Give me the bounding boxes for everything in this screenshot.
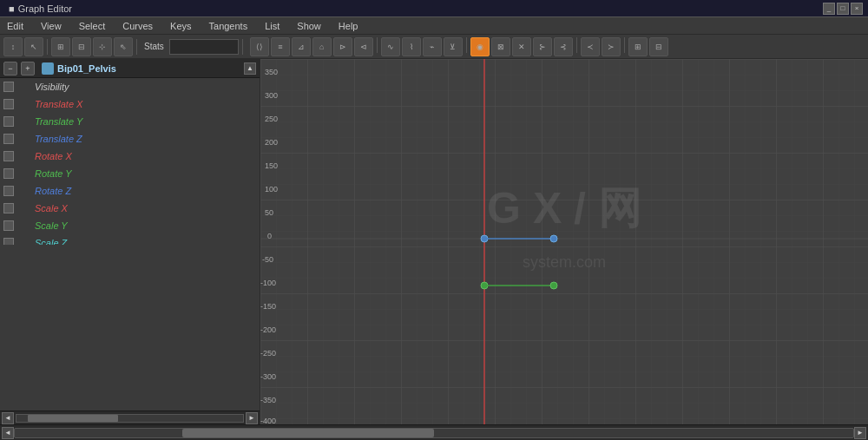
menu-list[interactable]: List: [261, 19, 283, 33]
toolbar-icon17[interactable]: ⊞: [628, 37, 648, 56]
toolbar-orange-btn[interactable]: ◉: [470, 37, 490, 56]
curve-name-rotate-y: Rotate Y: [35, 168, 72, 179]
minimize-btn[interactable]: _: [823, 3, 835, 15]
panel-plus-btn[interactable]: +: [21, 62, 35, 76]
svg-text:150: 150: [265, 161, 278, 170]
menu-tangents[interactable]: Tangents: [206, 19, 252, 33]
menu-show[interactable]: Show: [293, 19, 325, 33]
scroll-left-btn[interactable]: ◄: [2, 427, 14, 439]
toolbar-sep5: [466, 37, 467, 53]
toolbar-icon3[interactable]: ⊿: [292, 37, 311, 56]
scroll-right-btn[interactable]: ►: [246, 412, 258, 424]
toolbar-icon5[interactable]: ⊳: [333, 37, 352, 56]
menu-keys[interactable]: Keys: [167, 19, 194, 33]
panel-minus-btn[interactable]: −: [3, 62, 17, 76]
svg-text:-400: -400: [260, 417, 276, 424]
curve-name-translate-z: Translate Z: [35, 134, 82, 144]
curve-key-icon: [3, 116, 14, 127]
toolbar-icon14[interactable]: ⊰: [554, 37, 573, 56]
scroll-right-btn2[interactable]: ►: [854, 427, 866, 439]
toolbar-cursor-btn[interactable]: ⊹: [93, 37, 112, 56]
curve-name-rotate-z: Rotate Z: [35, 186, 71, 196]
svg-text:-50: -50: [262, 255, 273, 264]
svg-text:250: 250: [265, 115, 278, 123]
toolbar-icon2[interactable]: ≡: [271, 37, 290, 56]
curve-visibility[interactable]: Visibility: [0, 78, 260, 95]
curve-scale-z[interactable]: Scale Z: [0, 234, 260, 245]
left-panel-header: − + Bip01_Pelvis ▲: [0, 59, 260, 78]
toolbar-icon18[interactable]: ⊟: [649, 37, 668, 56]
left-panel: − + Bip01_Pelvis ▲ Visibility Translate …: [0, 59, 260, 424]
stats-input[interactable]: [169, 39, 239, 55]
scrollbar-thumb[interactable]: [182, 429, 434, 437]
menu-help[interactable]: Help: [335, 19, 362, 33]
curve-key-icon: [3, 186, 14, 196]
curve-key-icon: [3, 203, 14, 213]
toolbar-icon13[interactable]: ⊱: [533, 37, 552, 56]
curve-rotate-x[interactable]: Rotate X: [0, 148, 260, 165]
curve-key-icon: [3, 220, 14, 231]
curve-key-icon: [3, 134, 14, 144]
scroll-down-btn[interactable]: ◄: [2, 412, 14, 424]
curve-key-icon: [3, 99, 14, 109]
curve-translate-y[interactable]: Translate Y: [0, 113, 260, 130]
curve-scale-x[interactable]: Scale X: [0, 200, 260, 217]
curve-name-translate-x: Translate X: [35, 99, 82, 109]
svg-text:system.com: system.com: [523, 253, 606, 271]
svg-text:50: 50: [265, 208, 273, 217]
main-area: − + Bip01_Pelvis ▲ Visibility Translate …: [0, 59, 868, 424]
svg-text:-250: -250: [260, 349, 276, 358]
curve-list: Visibility Translate X Translate Y Trans…: [0, 78, 260, 245]
toolbar-arrow-btn[interactable]: ⇖: [114, 37, 133, 56]
curve-scale-y[interactable]: Scale Y: [0, 217, 260, 234]
toolbar-icon16[interactable]: ≻: [602, 37, 621, 56]
toolbar-icon6[interactable]: ⊲: [354, 37, 373, 56]
scroll-up-btn[interactable]: ▲: [244, 62, 256, 75]
stats-label: Stats: [141, 42, 168, 51]
curve-rotate-z[interactable]: Rotate Z: [0, 182, 260, 200]
toolbar-icon4[interactable]: ⌂: [312, 37, 332, 56]
horizontal-scrollbar[interactable]: [14, 428, 854, 438]
close-btn[interactable]: ×: [851, 3, 863, 15]
app-title: Graph Editor: [18, 3, 72, 14]
svg-text:-350: -350: [260, 396, 276, 404]
toolbar-sep3: [242, 39, 243, 55]
toolbar-move-keys-btn[interactable]: ↕: [3, 37, 23, 56]
toolbar-sep6: [576, 37, 577, 53]
svg-text:0: 0: [267, 232, 272, 240]
svg-text:100: 100: [265, 185, 278, 194]
curve-key-icon: [3, 238, 14, 245]
menu-curves[interactable]: Curves: [119, 19, 156, 33]
bottom-scrollbar: ◄ ►: [0, 424, 868, 440]
curve-translate-x[interactable]: Translate X: [0, 95, 260, 113]
toolbar-icon15[interactable]: ≺: [581, 37, 600, 56]
svg-text:-300: -300: [260, 372, 276, 381]
svg-text:350: 350: [265, 68, 278, 76]
svg-rect-8: [260, 59, 868, 424]
toolbar: ↕ ↖ ⊞ ⊟ ⊹ ⇖ Stats ⟨⟩ ≡ ⊿ ⌂ ⊳ ⊲ ∿ ⌇ ⌁ ⊻ ◉…: [0, 35, 868, 59]
toolbar-icon1[interactable]: ⟨⟩: [250, 37, 269, 56]
toolbar-sep7: [624, 37, 625, 53]
toolbar-grid1-btn[interactable]: ⊞: [51, 37, 70, 56]
svg-text:-150: -150: [260, 302, 276, 311]
svg-text:300: 300: [265, 91, 278, 100]
toolbar-icon10[interactable]: ⊻: [444, 37, 463, 56]
toolbar-icon9[interactable]: ⌁: [423, 37, 442, 56]
toolbar-icon7[interactable]: ∿: [381, 37, 400, 56]
h-scroll-thumb[interactable]: [28, 415, 118, 422]
toolbar-icon8[interactable]: ⌇: [402, 37, 421, 56]
menu-view[interactable]: View: [37, 19, 65, 33]
curve-name-translate-y: Translate Y: [35, 116, 82, 127]
curve-key-icon: [3, 168, 14, 179]
toolbar-icon11[interactable]: ⊠: [491, 37, 510, 56]
curve-translate-z[interactable]: Translate Z: [0, 130, 260, 148]
curve-rotate-y[interactable]: Rotate Y: [0, 165, 260, 182]
toolbar-grid2-btn[interactable]: ⊟: [72, 37, 91, 56]
toolbar-icon12[interactable]: ✕: [512, 37, 531, 56]
maximize-btn[interactable]: □: [837, 3, 849, 15]
graph-area[interactable]: 350 300 250 200 150 100 50 0 -50 -100 -1…: [260, 59, 868, 424]
menu-edit[interactable]: Edit: [3, 19, 27, 33]
menu-select[interactable]: Select: [76, 19, 109, 33]
toolbar-select-btn[interactable]: ↖: [24, 37, 43, 56]
menu-bar: Edit View Select Curves Keys Tangents Li…: [0, 17, 868, 35]
